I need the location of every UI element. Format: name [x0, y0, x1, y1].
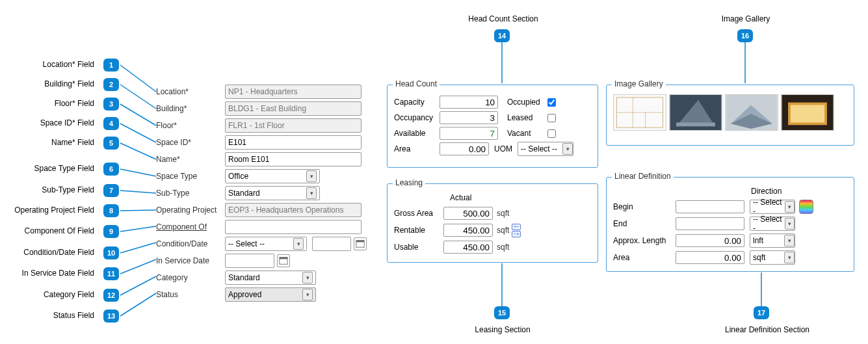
- callout-3: 3: [103, 98, 119, 111]
- svg-line-12: [120, 293, 156, 316]
- opproj-field[interactable]: [225, 203, 362, 217]
- annotation-label-11: In Service Date Field: [0, 269, 94, 278]
- leasing-section: Leasing Actual Gross Area sqft Rentable …: [387, 183, 598, 263]
- inservice-label: In Service Date: [156, 256, 225, 265]
- callout-13: 13: [103, 310, 119, 323]
- callout-14: 14: [494, 29, 510, 42]
- condition-date-field[interactable]: [312, 237, 351, 251]
- occupancy-field[interactable]: [440, 111, 498, 124]
- capacity-label: Capacity: [394, 98, 440, 107]
- calendar-icon[interactable]: [277, 254, 290, 267]
- color-picker-icon[interactable]: [799, 200, 813, 214]
- lnft-select[interactable]: lnft: [750, 233, 795, 248]
- vacant-checkbox[interactable]: [547, 129, 556, 138]
- annotation-label-5: Name* Field: [0, 138, 94, 147]
- condition-select[interactable]: -- Select --: [225, 237, 307, 251]
- callout-1: 1: [103, 59, 119, 72]
- svg-line-2: [120, 104, 156, 126]
- gross-field[interactable]: [443, 207, 493, 220]
- status-label: Status: [156, 290, 225, 299]
- chevron-down-icon: [784, 252, 795, 263]
- end-dir-select[interactable]: -- Select -: [750, 217, 795, 231]
- annotation-label-8: Operating Project Field: [0, 205, 94, 215]
- sqft-value: sqft: [753, 253, 765, 262]
- calendar-icon[interactable]: [354, 237, 367, 250]
- linear-area-field[interactable]: [676, 251, 744, 264]
- gallery-thumb-floorplan[interactable]: [613, 94, 666, 131]
- hc-area-field[interactable]: [440, 142, 489, 155]
- end-field[interactable]: [676, 217, 744, 230]
- svg-line-5: [120, 169, 156, 176]
- status-value: Approved: [228, 290, 261, 299]
- chevron-down-icon: [306, 187, 317, 199]
- category-select[interactable]: Standard: [225, 271, 316, 285]
- direction-header: Direction: [751, 187, 847, 196]
- callout-5: 5: [103, 137, 119, 150]
- occupied-label: Occupied: [507, 98, 547, 107]
- svg-line-4: [120, 143, 156, 159]
- hc-area-label: Area: [394, 144, 440, 153]
- uom-select[interactable]: -- Select --: [518, 142, 573, 156]
- end-dir-value: -- Select -: [753, 215, 783, 233]
- svg-line-11: [120, 276, 156, 295]
- available-label: Available: [394, 129, 440, 138]
- opproj-label: Operating Project: [156, 205, 225, 215]
- gross-unit: sqft: [497, 209, 509, 218]
- callout-12: 12: [103, 289, 119, 302]
- callout-15: 15: [494, 306, 510, 319]
- location-field[interactable]: [225, 85, 362, 99]
- annotation-label-6: Space Type Field: [0, 164, 94, 173]
- begin-dir-select[interactable]: -- Select -: [750, 200, 795, 214]
- available-field[interactable]: [440, 127, 498, 140]
- actual-header: Actual: [450, 193, 591, 202]
- lnft-value: lnft: [753, 236, 763, 245]
- condition-value: -- Select --: [228, 239, 265, 248]
- chevron-down-icon: [785, 201, 795, 213]
- annotation-label-12: Category Field: [0, 290, 94, 299]
- usable-label: Usable: [394, 243, 443, 252]
- annotation-label-17: Linear Definition Section: [715, 325, 819, 334]
- subtype-value: Standard: [228, 189, 260, 198]
- name-field[interactable]: [225, 152, 362, 166]
- chevron-down-icon: [293, 238, 304, 250]
- begin-label: Begin: [613, 202, 676, 211]
- approx-field[interactable]: [676, 234, 744, 247]
- rentable-field[interactable]: [443, 224, 493, 237]
- gross-label: Gross Area: [394, 209, 443, 218]
- callout-9: 9: [103, 225, 119, 238]
- calc-buttons[interactable]: +−÷×: [512, 224, 521, 237]
- callout-16: 16: [737, 29, 753, 42]
- spacetype-label: Space Type: [156, 172, 225, 181]
- rentable-unit: sqft: [497, 226, 509, 235]
- componentof-link[interactable]: Component Of: [156, 222, 225, 232]
- svg-line-0: [120, 65, 156, 92]
- usable-field[interactable]: [443, 241, 493, 254]
- occupied-checkbox[interactable]: [547, 98, 556, 107]
- floor-field[interactable]: [225, 118, 362, 133]
- spacetype-select[interactable]: Office: [225, 169, 320, 183]
- building-field[interactable]: [225, 101, 362, 116]
- chevron-down-icon: [302, 272, 313, 284]
- capacity-field[interactable]: [440, 96, 498, 109]
- location-label: Location*: [156, 87, 225, 96]
- chevron-down-icon: [784, 235, 795, 246]
- vacant-label: Vacant: [507, 129, 547, 138]
- sqft-select[interactable]: sqft: [750, 250, 795, 265]
- inservice-field[interactable]: [225, 254, 274, 268]
- subtype-select[interactable]: Standard: [225, 186, 320, 200]
- status-select[interactable]: Approved: [225, 287, 316, 302]
- spaceid-field[interactable]: [225, 135, 362, 150]
- gallery-thumb-building-1[interactable]: [669, 94, 722, 131]
- gallery-thumb-storefront[interactable]: [781, 94, 834, 131]
- gallery-thumb-render-1[interactable]: [725, 94, 778, 131]
- annotation-label-14: Head Count Section: [458, 14, 549, 23]
- callout-11: 11: [103, 267, 119, 280]
- begin-field[interactable]: [676, 200, 744, 213]
- leased-checkbox[interactable]: [547, 114, 556, 122]
- svg-rect-29: [676, 122, 715, 126]
- building-label: Building*: [156, 104, 225, 113]
- svg-line-10: [120, 259, 156, 274]
- subtype-label: Sub-Type: [156, 189, 225, 198]
- svg-rect-22: [280, 258, 287, 259]
- componentof-field[interactable]: [225, 220, 362, 234]
